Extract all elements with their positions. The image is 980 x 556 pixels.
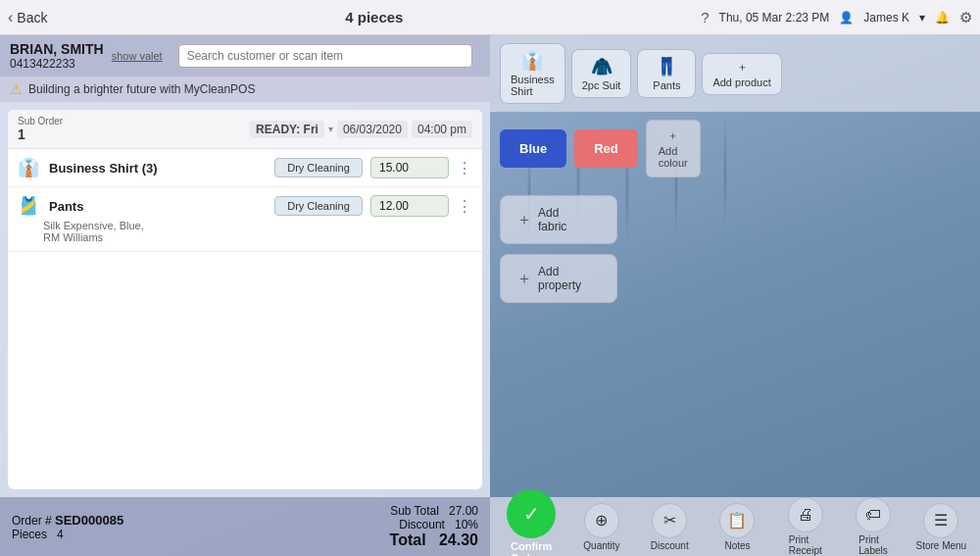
- item-menu-icon[interactable]: ⋮: [457, 197, 472, 216]
- notes-icon: 📋: [719, 503, 755, 538]
- discount-label: Discount: [399, 518, 445, 531]
- user-dropdown-icon[interactable]: ▾: [919, 11, 925, 25]
- warning-text: Building a brighter future with MyCleanP…: [28, 82, 255, 96]
- item-row: 🎽 Pants Dry Cleaning ⋮: [18, 195, 472, 217]
- warning-bar: ⚠ Building a brighter future with MyClea…: [0, 76, 490, 102]
- user-icon: 👤: [839, 11, 854, 25]
- ready-dropdown-icon[interactable]: ▾: [328, 124, 333, 134]
- top-bar: ‹ Back 4 pieces ? Thu, 05 Mar 2:23 PM 👤 …: [0, 0, 980, 35]
- add-fabric-button[interactable]: ＋ Addfabric: [500, 195, 617, 244]
- quick-items-toolbar: 👔 BusinessShirt 🧥 2pc Suit 👖 Pants ＋ Add…: [490, 35, 980, 112]
- top-right-area: ? Thu, 05 Mar 2:23 PM 👤 James K ▾ 🔔 ⚙: [701, 9, 972, 26]
- ready-select[interactable]: READY: Fri ▾ 06/03/2020 04:00 pm: [250, 121, 472, 138]
- search-input[interactable]: [178, 44, 472, 68]
- order-item: 👔 Business Shirt (3) Dry Cleaning ⋮: [8, 149, 482, 187]
- show-valet-link[interactable]: show valet: [112, 50, 163, 62]
- shirt-quick-icon: 👔: [521, 50, 543, 72]
- order-label: Order #: [12, 514, 52, 528]
- status-left: Order # SED000085 Pieces 4: [12, 513, 123, 541]
- item-row: 👔 Business Shirt (3) Dry Cleaning ⋮: [18, 157, 472, 178]
- discount-row: Discount 10%: [390, 518, 478, 531]
- suit-quick-icon: 🧥: [591, 56, 612, 77]
- pieces-val: 4: [57, 528, 64, 541]
- price-input[interactable]: [370, 195, 449, 217]
- add-property-label: Addproperty: [538, 265, 581, 292]
- search-wrap: [178, 44, 472, 68]
- add-colour-label: Addcolour: [659, 145, 688, 169]
- bottom-action-bar: ✓ ConfirmOrder ⊕ Quantity ✂ Discount 📋 N…: [490, 497, 980, 556]
- customer-bar: BRIAN, SMITH 0413422233 show valet: [0, 35, 490, 76]
- fabric-plus-icon: ＋: [516, 210, 532, 230]
- subtotal-label: Sub Total: [390, 504, 439, 518]
- quantity-label: Quantity: [583, 540, 619, 551]
- back-arrow-icon: ‹: [8, 9, 13, 26]
- datetime-label: Thu, 05 Mar 2:23 PM: [719, 11, 830, 25]
- quick-item-2pc-suit[interactable]: 🧥 2pc Suit: [571, 49, 632, 98]
- store-menu-label: Store Menu: [915, 540, 966, 551]
- order-panel: Sub Order 1 READY: Fri ▾ 06/03/2020 04:0…: [8, 110, 482, 489]
- store-menu-icon: ☰: [923, 503, 958, 538]
- order-items-list: 👔 Business Shirt (3) Dry Cleaning ⋮ 🎽 Pa…: [8, 149, 482, 489]
- quick-item-business-shirt[interactable]: 👔 BusinessShirt: [500, 43, 565, 104]
- add-property-button[interactable]: ＋ Addproperty: [500, 254, 617, 303]
- pieces-label: Pieces: [12, 528, 47, 541]
- pants-quick-icon: 👖: [656, 56, 677, 77]
- discount-val: 10%: [455, 518, 478, 531]
- pieces-count: 4 pieces: [55, 9, 693, 25]
- status-bar: Order # SED000085 Pieces 4 Sub Total 27.…: [0, 497, 490, 556]
- add-product-plus: ＋: [737, 60, 748, 75]
- subtotal-row: Sub Total 27.00: [390, 504, 478, 518]
- item-details: Silk Expensive, Blue,RM Williams: [43, 220, 472, 243]
- quick-item-label: Pants: [653, 79, 680, 91]
- extras-column: ＋ Addfabric ＋ Addproperty: [490, 185, 980, 497]
- back-button[interactable]: ‹ Back: [8, 9, 47, 26]
- price-input[interactable]: [370, 157, 449, 178]
- confirm-order-button[interactable]: ✓ ConfirmOrder: [502, 489, 561, 556]
- colour-red-button[interactable]: Red: [574, 129, 638, 168]
- discount-button[interactable]: ✂ Discount: [643, 503, 697, 551]
- order-item: 🎽 Pants Dry Cleaning ⋮ Silk Expensive, B…: [8, 187, 482, 252]
- property-plus-icon: ＋: [516, 269, 532, 289]
- print-labels-label: PrintLabels: [858, 534, 887, 556]
- discount-label: Discount: [651, 540, 689, 551]
- total-row: Total 24.30: [390, 531, 478, 549]
- store-menu-button[interactable]: ☰ Store Menu: [914, 503, 968, 551]
- settings-icon[interactable]: ⚙: [959, 9, 972, 26]
- order-num: SED000085: [55, 513, 123, 528]
- quantity-button[interactable]: ⊕ Quantity: [574, 503, 628, 551]
- print-receipt-icon: 🖨: [788, 497, 823, 532]
- left-panel: BRIAN, SMITH 0413422233 show valet ⚠ Bui…: [0, 35, 490, 497]
- warning-icon: ⚠: [10, 81, 23, 97]
- quantity-icon: ⊕: [584, 503, 619, 538]
- item-menu-icon[interactable]: ⋮: [457, 159, 472, 177]
- quick-item-pants[interactable]: 👖 Pants: [637, 49, 696, 98]
- notes-button[interactable]: 📋 Notes: [710, 503, 764, 551]
- print-receipt-button[interactable]: 🖨 PrintReceipt: [778, 497, 832, 556]
- pieces-row: Pieces 4: [12, 528, 123, 541]
- help-icon[interactable]: ?: [701, 9, 709, 25]
- customer-phone: 0413422233: [10, 57, 104, 71]
- confirm-label: ConfirmOrder: [511, 540, 552, 556]
- add-product-label: Add product: [712, 76, 770, 88]
- sub-order-label: Sub Order: [18, 116, 63, 126]
- notifications-icon[interactable]: 🔔: [935, 11, 950, 25]
- sub-order-info: Sub Order 1: [18, 116, 63, 142]
- order-date[interactable]: 06/03/2020: [337, 121, 408, 138]
- service-tag[interactable]: Dry Cleaning: [274, 196, 363, 216]
- customer-name: BRIAN, SMITH: [10, 41, 104, 57]
- colours-row: Blue Red ＋ Addcolour: [490, 112, 980, 185]
- add-colour-plus: ＋: [667, 128, 678, 143]
- order-time[interactable]: 04:00 pm: [412, 121, 472, 138]
- print-labels-button[interactable]: 🏷 PrintLabels: [847, 497, 901, 556]
- sub-order-num: 1: [18, 126, 63, 142]
- service-tag[interactable]: Dry Cleaning: [274, 158, 363, 177]
- add-colour-button[interactable]: ＋ Addcolour: [646, 120, 701, 177]
- add-product-button[interactable]: ＋ Add product: [702, 53, 781, 95]
- user-label: James K: [863, 11, 909, 25]
- order-header: Sub Order 1 READY: Fri ▾ 06/03/2020 04:0…: [8, 110, 482, 149]
- colour-blue-button[interactable]: Blue: [500, 129, 566, 168]
- total-label: Total: [390, 531, 426, 548]
- discount-icon: ✂: [652, 503, 687, 538]
- pants-icon: 🎽: [18, 195, 39, 217]
- back-label: Back: [17, 10, 47, 25]
